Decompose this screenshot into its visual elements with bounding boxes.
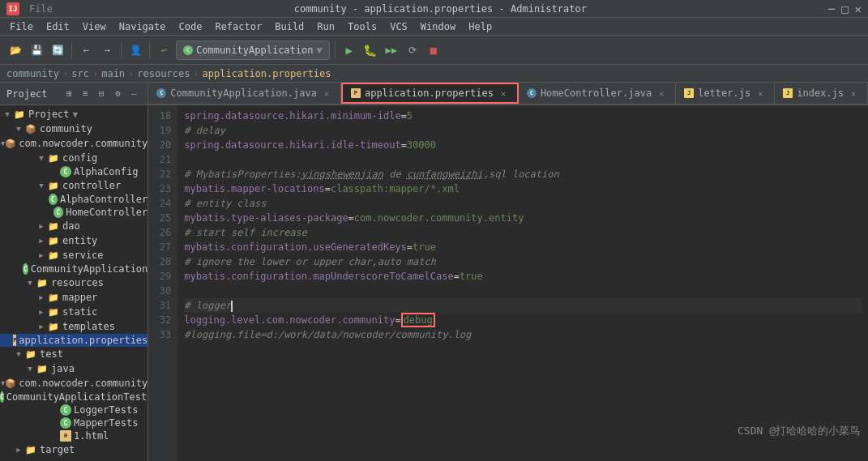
tab-icon-appprops: P xyxy=(351,88,361,98)
resources-folder-icon: 📁 xyxy=(36,276,49,289)
save-btn[interactable]: 💾 xyxy=(28,41,45,59)
sync-btn[interactable]: 🔄 xyxy=(49,41,66,59)
tree-entity[interactable]: ▶ 📁 entity xyxy=(0,233,148,248)
line-num-19: 19 xyxy=(148,123,177,138)
menu-navigate[interactable]: Navigate xyxy=(113,19,173,34)
tab-close-homecontroller[interactable]: ✕ xyxy=(656,88,667,99)
tab-icon-homecontroller: C xyxy=(527,88,537,98)
back-btn[interactable]: ← xyxy=(77,41,95,59)
menu-view[interactable]: View xyxy=(76,19,113,34)
tree-1html[interactable]: H 1.html xyxy=(0,429,148,442)
code-line-30 xyxy=(184,284,862,298)
code-val-18: 5 xyxy=(407,110,413,122)
menu-help[interactable]: Help xyxy=(462,19,498,34)
undo-btn[interactable]: ↩ xyxy=(155,41,173,59)
tree-label-mapper: mapper xyxy=(62,292,97,303)
tree-controller[interactable]: ▼ 📁 controller xyxy=(0,178,148,193)
tree-label-mappertests: MapperTests xyxy=(74,417,138,429)
tree-dao[interactable]: ▶ 📁 dao xyxy=(0,219,148,233)
menu-file[interactable]: File xyxy=(29,3,53,15)
menu-refactor[interactable]: Refactor xyxy=(208,19,268,34)
bc-community[interactable]: community xyxy=(6,68,59,79)
tree-test[interactable]: ▼ 📁 test xyxy=(0,347,148,361)
settings-btn[interactable]: ⚙ xyxy=(110,87,125,101)
run-config-selector[interactable]: C CommunityApplication ▼ xyxy=(176,41,330,60)
tree-static[interactable]: ▶ 📁 static xyxy=(0,305,148,319)
tree-test-java[interactable]: ▼ 📁 java xyxy=(0,361,148,376)
bc-src[interactable]: src xyxy=(71,68,89,79)
tab-label-communityapp: CommunityApplication.java xyxy=(170,88,317,99)
tree-loggertests[interactable]: C LoggerTests xyxy=(0,403,148,416)
tree-label-resources: resources xyxy=(51,277,104,288)
menu-vcs[interactable]: VCS xyxy=(383,19,414,34)
tree-mapper[interactable]: ▶ 📁 mapper xyxy=(0,290,148,305)
tab-indexjs[interactable]: J index.js ✕ xyxy=(775,83,868,104)
cursor xyxy=(231,301,233,312)
tree-communityapptests[interactable]: C CommunityApplicationTests xyxy=(0,391,148,403)
controller-folder-icon: 📁 xyxy=(47,179,60,192)
code-content[interactable]: spring.datasource.hikari.minimum-idle=5 … xyxy=(177,105,868,461)
tree-mappertests[interactable]: C MapperTests xyxy=(0,416,148,429)
tab-appprops[interactable]: P application.properties ✕ xyxy=(341,83,519,104)
menu-tools[interactable]: Tools xyxy=(341,19,383,34)
code-line-19: # delay xyxy=(184,123,862,138)
stop-btn[interactable]: ■ xyxy=(425,41,443,59)
menu-file[interactable]: File xyxy=(3,19,40,34)
tree-appprops[interactable]: P application.properties xyxy=(0,334,148,347)
tree-communityapp[interactable]: C CommunityApplication xyxy=(0,263,148,275)
tab-close-appprops[interactable]: ✕ xyxy=(498,88,509,99)
tab-letterjs[interactable]: J letter.js ✕ xyxy=(676,83,775,104)
line-num-18: 18 xyxy=(148,109,177,123)
tree-label-pkg-main: com.nowcoder.community xyxy=(19,138,148,149)
close-sidebar-btn[interactable]: ⊟ xyxy=(94,87,109,101)
run-with-coverage-btn[interactable]: ▶▶ xyxy=(383,41,400,59)
close-btn[interactable]: ✕ xyxy=(855,2,862,15)
tree-project[interactable]: ▼ 📁 Project ▼ xyxy=(0,107,148,122)
bc-main[interactable]: main xyxy=(101,68,125,79)
tree-config[interactable]: ▼ 📁 config xyxy=(0,151,148,165)
bc-file[interactable]: application.properties xyxy=(203,68,331,79)
tree-dropdown-icon[interactable]: ▼ xyxy=(73,109,79,120)
tree-alphaconfig[interactable]: C AlphaConfig xyxy=(0,165,148,178)
tree-homecontroller[interactable]: C HomeController xyxy=(0,206,148,219)
profile-btn[interactable]: ⟳ xyxy=(404,41,421,59)
tab-homecontroller[interactable]: C HomeController.java ✕ xyxy=(519,83,676,104)
menu-code[interactable]: Code xyxy=(173,19,209,34)
test-folder-icon: 📁 xyxy=(24,348,37,361)
bc-resources[interactable]: resources xyxy=(137,68,190,79)
tree-resources[interactable]: ▼ 📁 resources xyxy=(0,275,148,290)
tree-label-test-java: java xyxy=(51,363,75,374)
tree-pkg-main[interactable]: ▼ 📦 com.nowcoder.community xyxy=(0,136,148,151)
open-file-btn[interactable]: 📂 xyxy=(6,41,24,59)
tab-close-letterjs[interactable]: ✕ xyxy=(755,88,766,99)
minimize-btn[interactable]: ─ xyxy=(828,2,835,15)
tree-label-community: community xyxy=(40,123,92,134)
tab-communityapp[interactable]: C CommunityApplication.java ✕ xyxy=(148,83,341,104)
tree-target[interactable]: ▶ 📁 target xyxy=(0,442,148,457)
menu-window[interactable]: Window xyxy=(414,19,462,34)
tab-close-indexjs[interactable]: ✕ xyxy=(848,88,859,99)
tree-arrow-dao: ▶ xyxy=(36,222,47,230)
maximize-btn[interactable]: □ xyxy=(841,2,848,15)
tree-service[interactable]: ▶ 📁 service xyxy=(0,248,148,263)
tree-test-pkg[interactable]: ▼ 📦 com.nowcoder.community xyxy=(0,376,148,391)
menu-build[interactable]: Build xyxy=(268,19,310,34)
run-btn[interactable]: ▶ xyxy=(340,41,358,59)
menu-run[interactable]: Run xyxy=(310,19,341,34)
menu-edit[interactable]: Edit xyxy=(40,19,76,34)
tree-alphacontroller[interactable]: C AlphaController xyxy=(0,193,148,206)
tree-templates[interactable]: ▶ 📁 templates xyxy=(0,319,148,334)
git-btn[interactable]: 👤 xyxy=(126,41,144,59)
tree-community[interactable]: ▼ 📦 community xyxy=(0,122,148,136)
expand-all-btn[interactable]: ⊞ xyxy=(62,87,76,101)
editor-tabs: C CommunityApplication.java ✕ P applicat… xyxy=(148,83,868,105)
tab-close-communityapp[interactable]: ✕ xyxy=(321,88,332,99)
collapse-all-btn[interactable]: ≡ xyxy=(78,87,92,101)
code-area[interactable]: 18 19 20 21 22 23 24 25 26 27 28 29 30 3… xyxy=(148,105,868,461)
gear-btn[interactable]: — xyxy=(126,87,141,101)
forward-btn[interactable]: → xyxy=(98,41,116,59)
separator-4 xyxy=(335,42,336,58)
bc-sep-4: › xyxy=(193,68,199,79)
debug-btn[interactable]: 🐛 xyxy=(361,41,379,59)
tree-label-entity: entity xyxy=(62,235,97,246)
